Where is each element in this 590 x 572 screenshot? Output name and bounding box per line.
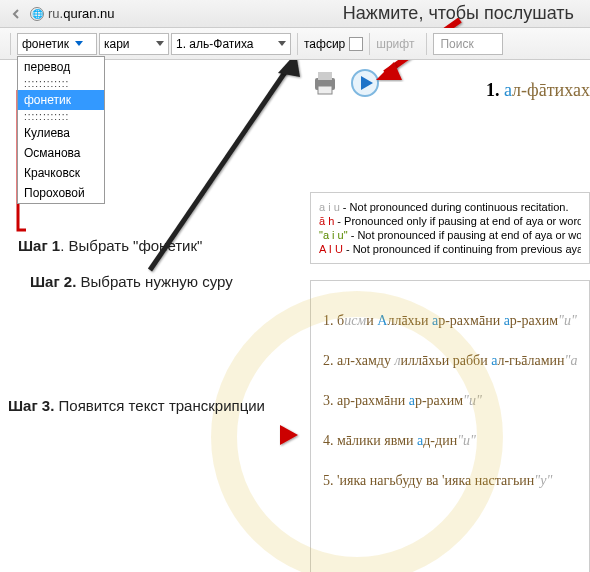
mode-separator: :::::::::::: [18, 77, 104, 90]
mode-option-kuliev[interactable]: Кулиева [18, 123, 104, 143]
mode-option-krachkov[interactable]: Крачковск [18, 163, 104, 183]
font-label: шрифт [376, 37, 414, 51]
toolbar: фонетик перевод :::::::::::: фонетик :::… [0, 28, 590, 60]
reciter-value: кари [104, 37, 130, 51]
back-icon[interactable] [6, 4, 26, 24]
step-1: Шаг 1. Выбрать "фонетик" [18, 237, 202, 254]
browser-address-bar: 🌐 ru.quran.nu Нажмите, чтобы послушать [0, 0, 590, 28]
verse-5: 5. 'ияка нагьбуду ва 'ияка настагьин"у" [323, 473, 577, 489]
surah-dropdown[interactable]: 1. аль-Фатиха [171, 33, 291, 55]
chevron-down-icon [156, 41, 164, 46]
legend-box: a i u - Not pronounced during continuous… [310, 192, 590, 264]
mode-dropdown[interactable]: фонетик перевод :::::::::::: фонетик :::… [17, 33, 97, 55]
legend-text: - Not pronounced if pausing at end of ay… [351, 229, 581, 241]
tafsir-checkbox[interactable] [349, 37, 363, 51]
title-text: л-фāтихаx [512, 80, 590, 100]
step-3: Шаг 3. Появится текст транскрипции [8, 397, 265, 414]
verse-1: 1. бисми Аллāхьи ар-рахмāни ар-рахим"и" [323, 313, 577, 329]
legend-text: - Not pronounced if continuing from prev… [346, 243, 581, 255]
search-placeholder: Поиск [440, 37, 473, 51]
svg-rect-2 [318, 86, 332, 94]
legend-text: - Not pronounced during continuous recit… [343, 201, 569, 213]
search-input[interactable]: Поиск [433, 33, 503, 55]
listen-hint: Нажмите, чтобы послушать [343, 3, 574, 24]
legend-mark: "a i u" [319, 229, 348, 241]
chevron-down-icon [75, 41, 83, 46]
legend-text: - Pronounced only if pausing at end of a… [337, 215, 581, 227]
mode-option-phonetic[interactable]: фонетик [18, 90, 104, 110]
verse-4: 4. мāлики явми ад-дин"и" [323, 433, 577, 449]
surah-value: 1. аль-Фатиха [176, 37, 254, 51]
separator [369, 33, 370, 55]
legend-mark: ā h [319, 215, 334, 227]
title-highlight: а [504, 80, 512, 100]
url-sub: ru. [48, 6, 63, 21]
mode-option-translation[interactable]: перевод [18, 57, 104, 77]
surah-title: 1. ал-фāтихаx [486, 80, 590, 101]
title-number: 1. [486, 80, 500, 100]
annotation-arrow-red [240, 420, 310, 450]
step-2: Шаг 2. Выбрать нужную суру [30, 273, 233, 290]
play-icon[interactable] [350, 68, 380, 98]
tafsir-label: тафсир [304, 37, 345, 51]
mode-option-porokhov[interactable]: Пороховой [18, 183, 104, 203]
chevron-down-icon [278, 41, 286, 46]
separator [297, 33, 298, 55]
mode-dropdown-value: фонетик [22, 37, 69, 51]
separator [426, 33, 427, 55]
print-icon[interactable] [310, 68, 340, 98]
legend-mark: A I U [319, 243, 343, 255]
verse-column: 1. бисми Аллāхьи ар-рахмāни ар-рахим"и" … [310, 280, 590, 572]
verse-2: 2. ал-хамду лиллāхьи рабби ал-гьāламин"а… [323, 353, 577, 369]
globe-icon: 🌐 [30, 7, 44, 21]
legend-mark: a i u [319, 201, 340, 213]
url-domain: quran.nu [63, 6, 114, 21]
mode-dropdown-list: перевод :::::::::::: фонетик :::::::::::… [17, 56, 105, 204]
mode-option-osmanov[interactable]: Османова [18, 143, 104, 163]
verse-3: 3. ар-рахмāни ар-рахим"и" [323, 393, 577, 409]
svg-rect-1 [318, 72, 332, 80]
reciter-dropdown[interactable]: кари [99, 33, 169, 55]
action-icons [310, 68, 380, 98]
separator [10, 33, 11, 55]
mode-separator: :::::::::::: [18, 110, 104, 123]
url-text[interactable]: ru.quran.nu [48, 6, 343, 21]
